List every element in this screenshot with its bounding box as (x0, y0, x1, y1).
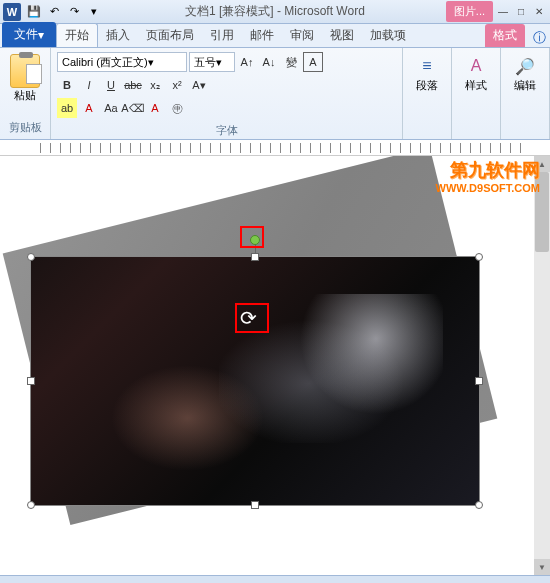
annotation-box-rotation-handle (240, 226, 264, 248)
styles-icon: A (464, 54, 488, 78)
italic-button[interactable]: I (79, 75, 99, 95)
watermark-cn: 第九软件网 (436, 158, 541, 182)
selected-image[interactable] (30, 256, 480, 506)
phonetic-guide-button[interactable]: 變 (281, 52, 301, 72)
vertical-scrollbar[interactable]: ▲ ▼ (534, 156, 550, 575)
find-icon: 🔎 (513, 54, 537, 78)
styles-group: A 样式 (452, 48, 501, 139)
help-icon[interactable]: ⓘ (529, 29, 550, 47)
maximize-button[interactable]: □ (513, 5, 529, 19)
bold-button[interactable]: B (57, 75, 77, 95)
tab-home[interactable]: 开始 (56, 23, 98, 47)
tab-file[interactable]: 文件 ▾ (2, 22, 56, 47)
undo-icon[interactable]: ↶ (45, 3, 63, 21)
change-case-button[interactable]: Aa (101, 98, 121, 118)
strike-button[interactable]: abc (123, 75, 143, 95)
tab-insert[interactable]: 插入 (98, 24, 138, 47)
word-app-icon: W (3, 3, 21, 21)
editing-group: 🔎 编辑 (501, 48, 550, 139)
paragraph-icon: ≡ (415, 54, 439, 78)
save-icon[interactable]: 💾 (25, 3, 43, 21)
tab-review[interactable]: 审阅 (282, 24, 322, 47)
titlebar: W 💾 ↶ ↷ ▾ 文档1 [兼容模式] - Microsoft Word 图片… (0, 0, 550, 24)
window-title: 文档1 [兼容模式] - Microsoft Word (104, 3, 446, 20)
styles-button[interactable]: A 样式 (458, 52, 494, 95)
scroll-down-button[interactable]: ▼ (534, 559, 550, 575)
subscript-button[interactable]: x₂ (145, 75, 165, 95)
tab-addins[interactable]: 加载项 (362, 24, 414, 47)
char-border-button[interactable]: A (303, 52, 323, 72)
font-group-label: 字体 (57, 123, 396, 138)
picture-tools-label: 图片... (446, 1, 493, 22)
tab-layout[interactable]: 页面布局 (138, 24, 202, 47)
clipboard-group-label: 剪贴板 (6, 120, 44, 135)
resize-handle-tm[interactable] (251, 253, 259, 261)
clipboard-group: 粘贴 剪贴板 (0, 48, 51, 139)
paragraph-button[interactable]: ≡ 段落 (409, 52, 445, 95)
tab-references[interactable]: 引用 (202, 24, 242, 47)
tab-format[interactable]: 格式 (485, 24, 525, 47)
styles-label: 样式 (465, 78, 487, 93)
resize-handle-bl[interactable] (27, 501, 35, 509)
statusbar (0, 575, 550, 583)
resize-handle-mr[interactable] (475, 377, 483, 385)
resize-handle-br[interactable] (475, 501, 483, 509)
resize-handle-tl[interactable] (27, 253, 35, 261)
enclose-char-button[interactable]: ㊥ (167, 98, 187, 118)
paragraph-group: ≡ 段落 (403, 48, 452, 139)
watermark: 第九软件网 WWW.D9SOFT.COM (436, 158, 541, 194)
tab-view[interactable]: 视图 (322, 24, 362, 47)
resize-handle-ml[interactable] (27, 377, 35, 385)
document-canvas[interactable]: 第九软件网 WWW.D9SOFT.COM ⟳ ▲ ▼ (0, 156, 550, 575)
watermark-en: WWW.D9SOFT.COM (436, 182, 541, 194)
ribbon-tabs: 文件 ▾ 开始 插入 页面布局 引用 邮件 审阅 视图 加载项 格式 ⓘ (0, 24, 550, 48)
resize-handle-tr[interactable] (475, 253, 483, 261)
ribbon: 粘贴 剪贴板 Calibri (西文正文) ▾ 五号 ▾ A↑ A↓ 變 A B… (0, 48, 550, 140)
minimize-button[interactable]: — (495, 5, 511, 19)
qat-dropdown-icon[interactable]: ▾ (85, 3, 103, 21)
highlight-button[interactable]: ab (57, 98, 77, 118)
superscript-button[interactable]: x² (167, 75, 187, 95)
font-group: Calibri (西文正文) ▾ 五号 ▾ A↑ A↓ 變 A B I U ab… (51, 48, 403, 139)
paste-label: 粘贴 (14, 88, 36, 103)
close-button[interactable]: ✕ (531, 5, 547, 19)
text-effects-button[interactable]: A▾ (189, 75, 209, 95)
paste-button[interactable]: 粘贴 (6, 52, 44, 105)
grow-font-icon[interactable]: A↑ (237, 52, 257, 72)
clear-format-button[interactable]: A⌫ (123, 98, 143, 118)
font-name-select[interactable]: Calibri (西文正文) ▾ (57, 52, 187, 72)
horizontal-ruler[interactable] (0, 140, 550, 156)
char-shading-button[interactable]: A (145, 98, 165, 118)
shrink-font-icon[interactable]: A↓ (259, 52, 279, 72)
rotate-cursor-icon: ⟳ (240, 306, 257, 330)
editing-label: 编辑 (514, 78, 536, 93)
font-size-select[interactable]: 五号 ▾ (189, 52, 235, 72)
tab-mail[interactable]: 邮件 (242, 24, 282, 47)
font-color-button[interactable]: A (79, 98, 99, 118)
editing-button[interactable]: 🔎 编辑 (507, 52, 543, 95)
underline-button[interactable]: U (101, 75, 121, 95)
redo-icon[interactable]: ↷ (65, 3, 83, 21)
clipboard-icon (10, 54, 40, 88)
resize-handle-bm[interactable] (251, 501, 259, 509)
paragraph-label: 段落 (416, 78, 438, 93)
